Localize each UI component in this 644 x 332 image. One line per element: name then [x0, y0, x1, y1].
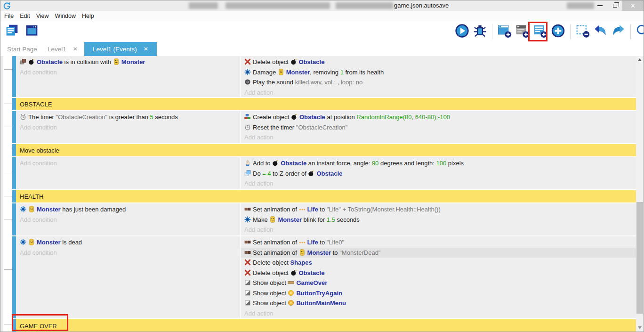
menu-edit[interactable]: Edit [20, 13, 30, 19]
menu-file[interactable]: File [4, 13, 14, 19]
sound-icon [244, 78, 251, 85]
menu-view[interactable]: View [36, 13, 49, 19]
text-segment: 1.5 [327, 216, 335, 223]
object-name: Obstacle [316, 170, 342, 177]
event-block[interactable]: Monster is deadAdd conditionSet animatio… [12, 236, 636, 318]
add-scene-button[interactable] [497, 24, 512, 39]
text-segment: Show object [253, 290, 288, 297]
event-block[interactable]: The timer "ObstacleCreation" is greater … [12, 111, 636, 143]
action-row[interactable]: Set animation of Life to "Life" + ToStri… [241, 204, 636, 215]
add-action-placeholder[interactable]: Add action [241, 178, 636, 189]
menu-help[interactable]: Help [82, 13, 94, 19]
tab-label: Level1 [48, 46, 66, 53]
action-row[interactable]: Set animation of Monster to "MonsterDead… [241, 248, 636, 258]
action-row[interactable]: Delete object Obstacle [241, 57, 636, 67]
add-condition-placeholder[interactable]: Add condition [16, 67, 240, 78]
scene-editor-button[interactable] [24, 24, 40, 39]
timer-icon [244, 123, 251, 130]
monster-icon [28, 238, 35, 245]
action-row[interactable]: Do = 4 to Z-order of Obstacle [241, 169, 636, 179]
menu-bar: FileEditViewWindowHelp [0, 11, 644, 21]
search-button[interactable] [635, 24, 644, 39]
add-condition-placeholder[interactable]: Add condition [16, 122, 240, 133]
action-row[interactable]: Make Monster blink for 1.5 seconds [241, 215, 636, 225]
condition-row[interactable]: Obstacle is in collision with Monster [16, 57, 240, 67]
undo-button[interactable] [593, 24, 608, 39]
menu-window[interactable]: Window [55, 13, 76, 19]
tab-level1-events[interactable]: Level1 (Events)✕ [84, 42, 157, 56]
button2-icon [288, 299, 294, 306]
action-row[interactable]: Play the sound killed.wav, vol.: , loop:… [241, 77, 636, 88]
tab-close-icon[interactable]: ✕ [73, 46, 78, 52]
condition-row[interactable]: Monster is dead [16, 237, 240, 248]
add-action-placeholder[interactable]: Add action [241, 308, 636, 319]
tab-level1[interactable]: Level1✕ [46, 42, 80, 56]
object-name: Obstacle [281, 160, 306, 167]
play-icon [455, 24, 469, 40]
event-handle-tick [4, 104, 12, 104]
event-block[interactable]: Monster has just been damagedAdd conditi… [12, 203, 636, 235]
debug-button[interactable] [472, 24, 488, 39]
text-segment: Do [253, 170, 262, 177]
action-row[interactable]: Show object ButtonMainMenu [241, 298, 636, 308]
action-row[interactable]: Delete object Obstacle [241, 268, 636, 278]
redo-button[interactable] [611, 24, 626, 39]
event-block[interactable]: Add conditionAdd to Obstacle an instant … [12, 157, 636, 189]
event-handle-tick [4, 219, 12, 219]
text-segment: Show object [253, 279, 288, 286]
remove-event-button[interactable] [575, 24, 590, 39]
object-name: Life [307, 239, 318, 246]
group-header-move-obstacle[interactable]: Move obstacle [12, 144, 636, 156]
add-action-placeholder[interactable]: Add action [241, 225, 636, 235]
object-name: Life [307, 206, 318, 213]
collision-icon [20, 58, 26, 65]
event-block[interactable]: Obstacle is in collision with MonsterAdd… [12, 56, 636, 97]
text-segment: Show object [253, 300, 288, 307]
tab-start-page[interactable]: Start Page [5, 42, 39, 56]
search-icon [636, 24, 644, 40]
add-sub-event-button[interactable] [550, 24, 566, 39]
group-header-game-over[interactable]: GAME OVER [12, 319, 636, 332]
scroll-down-arrow-icon[interactable] [638, 326, 642, 329]
add-condition-placeholder[interactable]: Add condition [16, 215, 240, 225]
action-row[interactable]: Damage Monster, removing 1 from its heal… [241, 67, 636, 78]
group-header-health[interactable]: HEALTH [12, 190, 636, 202]
close-button[interactable]: ✕ [622, 0, 644, 11]
add-external-events-button[interactable] [515, 24, 530, 39]
action-row[interactable]: Show object GameOver [241, 278, 636, 288]
title-bar: game.json.autosave ✕ [0, 0, 644, 11]
tab-close-icon[interactable]: ✕ [144, 46, 148, 52]
vertical-scrollbar[interactable] [636, 56, 644, 332]
events-left-rail [0, 56, 3, 332]
play-button[interactable] [454, 24, 470, 39]
action-row[interactable]: Delete object Shapes [241, 258, 636, 268]
add-event-button[interactable] [532, 24, 548, 39]
object-name: Monster [121, 58, 145, 65]
project-manager-button[interactable] [4, 24, 20, 39]
add-condition-placeholder[interactable]: Add condition [16, 248, 240, 258]
show-icon [244, 299, 251, 306]
event-handle-tick [4, 69, 12, 70]
text-segment: RandomInRange(80, 640-80);-100 [356, 113, 450, 121]
text-segment: to Z-order of [271, 170, 308, 177]
text-segment: , removing [310, 69, 340, 76]
condition-row[interactable]: The timer "ObstacleCreation" is greater … [16, 112, 240, 122]
restore-button[interactable] [607, 0, 622, 11]
scroll-up-arrow-icon[interactable] [638, 58, 642, 61]
action-row[interactable]: Show object ButtonTryAgain [241, 288, 636, 299]
minimize-button[interactable] [592, 0, 607, 11]
action-row[interactable]: Create object Obstacle at position Rando… [241, 112, 636, 122]
add-condition-placeholder[interactable]: Add condition [16, 158, 240, 169]
object-name: Monster [37, 206, 61, 213]
group-header-obstacle[interactable]: OBSTACLE [12, 98, 636, 110]
condition-row[interactable]: Monster has just been damaged [16, 204, 240, 215]
text-segment: Play the sound [253, 79, 295, 86]
add-action-placeholder[interactable]: Add action [241, 132, 636, 143]
action-row[interactable]: Reset the timer "ObstacleCreation" [241, 122, 636, 133]
delete-icon [244, 269, 251, 275]
object-name: Obstacle [299, 269, 325, 276]
action-row[interactable]: Add to Obstacle an instant force, angle:… [241, 158, 636, 169]
add-action-placeholder[interactable]: Add action [241, 88, 636, 97]
action-row[interactable]: Set animation of Life to "Life0" [241, 237, 636, 248]
scrollbar-thumb[interactable] [636, 202, 643, 314]
